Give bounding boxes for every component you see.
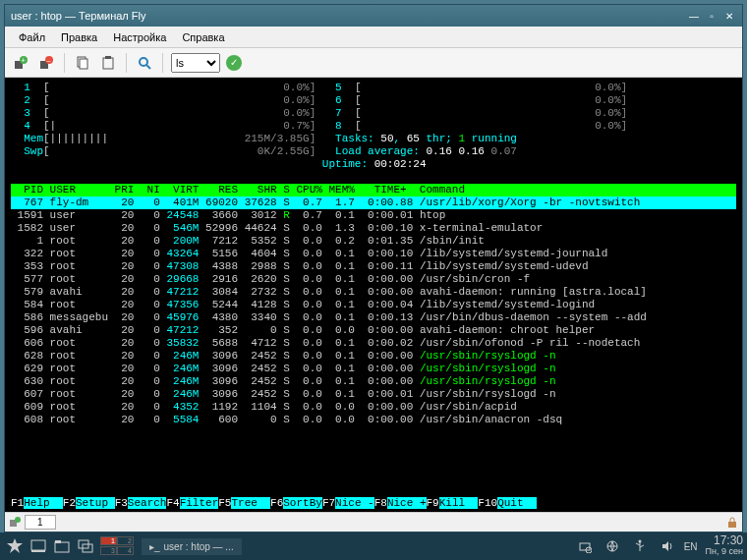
svg-text:+: + — [22, 56, 26, 63]
svg-rect-18 — [55, 542, 69, 552]
file-manager-icon[interactable] — [51, 535, 73, 557]
svg-line-11 — [146, 65, 150, 69]
command-select[interactable]: ls — [171, 53, 220, 73]
menu-edit[interactable]: Правка — [53, 29, 105, 45]
terminal-window: user : htop — Терминал Fly — ▫ ✕ Файл Пр… — [4, 4, 743, 532]
network-icon[interactable] — [602, 535, 623, 557]
paste-icon[interactable] — [98, 53, 118, 73]
menu-settings[interactable]: Настройка — [105, 29, 174, 45]
statusbar: 1 — [5, 512, 742, 532]
maximize-button[interactable]: ▫ — [705, 9, 718, 23]
close-tab-icon[interactable]: – — [36, 53, 56, 73]
windows-icon[interactable] — [75, 535, 96, 557]
new-tab-small-icon[interactable] — [9, 517, 21, 529]
svg-point-27 — [638, 540, 641, 543]
svg-rect-7 — [80, 59, 87, 69]
desktop-4[interactable]: 4 — [117, 546, 134, 555]
new-tab-icon[interactable]: + — [11, 53, 30, 73]
svg-marker-15 — [7, 538, 23, 553]
svg-rect-22 — [580, 543, 590, 550]
lock-icon[interactable] — [726, 517, 738, 529]
menu-file[interactable]: Файл — [11, 29, 53, 45]
svg-point-10 — [140, 58, 147, 66]
clock[interactable]: 17:30 Пн, 9 сен — [706, 535, 743, 557]
svg-rect-16 — [31, 540, 45, 550]
separator — [162, 53, 163, 73]
svg-rect-9 — [105, 56, 111, 59]
usb-icon[interactable] — [629, 535, 651, 557]
separator — [126, 53, 127, 73]
titlebar[interactable]: user : htop — Терминал Fly — ▫ ✕ — [5, 5, 742, 27]
run-button[interactable]: ✓ — [226, 55, 242, 71]
desktop-1[interactable]: 1 — [100, 536, 117, 545]
start-menu-icon[interactable] — [4, 535, 26, 557]
terminal-icon: ▸_ — [149, 541, 160, 552]
taskbar-task[interactable]: ▸_ user : htop — ... — [142, 538, 242, 555]
show-desktop-icon[interactable] — [28, 535, 49, 557]
svg-rect-14 — [728, 522, 736, 528]
svg-point-13 — [15, 517, 21, 523]
menu-help[interactable]: Справка — [174, 29, 232, 45]
desktop-2[interactable]: 2 — [117, 536, 134, 545]
tray-icon-1[interactable] — [574, 535, 596, 557]
svg-line-29 — [640, 545, 644, 547]
language-indicator[interactable]: EN — [684, 541, 698, 552]
search-icon[interactable] — [135, 53, 154, 73]
menubar: Файл Правка Настройка Справка — [5, 27, 742, 48]
system-tray: EN — [574, 535, 698, 557]
window-title: user : htop — Терминал Fly — [11, 10, 683, 22]
svg-rect-8 — [103, 58, 113, 69]
terminal-tab[interactable]: 1 — [25, 515, 56, 530]
svg-rect-19 — [55, 540, 61, 543]
separator — [64, 53, 65, 73]
desktop-pager[interactable]: 1 2 3 4 — [100, 536, 136, 556]
svg-text:–: – — [47, 56, 51, 63]
svg-rect-17 — [31, 550, 45, 552]
svg-line-28 — [636, 543, 640, 545]
svg-marker-30 — [662, 541, 668, 551]
taskbar: 1 2 3 4 ▸_ user : htop — ... EN 17:30 Пн… — [0, 532, 747, 560]
terminal-content[interactable]: 1 [ 0.0%] 5 [ 0.0%] 2 [ 0.0%] 6 [ 0.0%] … — [5, 78, 742, 512]
close-button[interactable]: ✕ — [722, 9, 736, 23]
desktop-3[interactable]: 3 — [100, 546, 117, 555]
minimize-button[interactable]: — — [687, 9, 701, 23]
toolbar: + – ls ✓ — [5, 48, 742, 78]
copy-icon[interactable] — [73, 53, 92, 73]
volume-icon[interactable] — [657, 535, 678, 557]
